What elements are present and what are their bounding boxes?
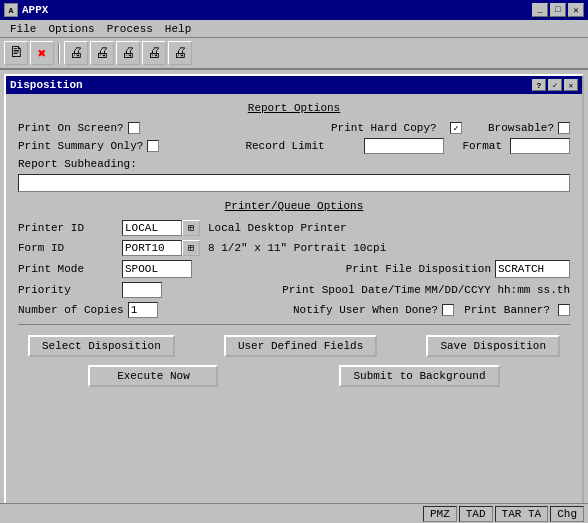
toolbar-btn-2[interactable]: ✖ bbox=[30, 41, 54, 65]
print-banner-checkbox[interactable] bbox=[558, 304, 570, 316]
notify-user-checkbox[interactable] bbox=[442, 304, 454, 316]
submit-background-button[interactable]: Submit to Background bbox=[339, 365, 499, 387]
print-file-disp-select[interactable]: SCRATCH KEEP DELETE bbox=[495, 260, 570, 278]
menu-file[interactable]: File bbox=[4, 22, 42, 36]
format-input[interactable] bbox=[510, 138, 570, 154]
record-limit-label: Record Limit bbox=[245, 140, 360, 152]
print-spool-label: Print Spool Date/Time bbox=[282, 284, 421, 296]
print-hard-copy-label: Print Hard Copy? bbox=[331, 122, 446, 134]
toolbar-btn-4[interactable]: 🖨 bbox=[90, 41, 114, 65]
report-subheading-input[interactable] bbox=[18, 174, 570, 192]
num-copies-input[interactable] bbox=[128, 302, 158, 318]
dialog-check-button[interactable]: ✓ bbox=[548, 79, 562, 91]
report-subheading-label: Report Subheading: bbox=[18, 158, 137, 170]
copies-row: Number of Copies Notify User When Done? … bbox=[18, 302, 570, 318]
title-bar-controls: _ □ ✕ bbox=[532, 3, 584, 17]
dialog-close-button[interactable]: ✕ bbox=[564, 79, 578, 91]
print-mode-select[interactable]: SPOOL DIRECT HOLD bbox=[122, 260, 192, 278]
num-copies-label: Number of Copies bbox=[18, 304, 124, 316]
select-disposition-button[interactable]: Select Disposition bbox=[28, 335, 175, 357]
report-options-title: Report Options bbox=[18, 102, 570, 114]
print-summary-label: Print Summary Only? bbox=[18, 140, 143, 152]
print-hard-copy-checkbox[interactable]: ✓ bbox=[450, 122, 462, 134]
printer-id-wrap: ⊞ bbox=[122, 220, 200, 236]
toolbar-btn-3[interactable]: 🖨 bbox=[64, 41, 88, 65]
printer-id-label: Printer ID bbox=[18, 222, 118, 234]
minimize-button[interactable]: _ bbox=[532, 3, 548, 17]
status-chg[interactable]: Chg bbox=[550, 506, 584, 522]
toolbar-btn-6[interactable]: 🖨 bbox=[142, 41, 166, 65]
save-disposition-button[interactable]: Save Disposition bbox=[426, 335, 560, 357]
toolbar-separator bbox=[58, 43, 60, 63]
toolbar-btn-5[interactable]: 🖨 bbox=[116, 41, 140, 65]
title-bar-left: A APPX bbox=[4, 3, 48, 17]
maximize-button[interactable]: □ bbox=[550, 3, 566, 17]
print-file-disp-label: Print File Disposition bbox=[346, 263, 491, 275]
print-mode-select-wrap: SPOOL DIRECT HOLD bbox=[122, 260, 192, 278]
buttons-row-2: Execute Now Submit to Background bbox=[18, 365, 570, 387]
menu-options[interactable]: Options bbox=[42, 22, 100, 36]
divider-1 bbox=[18, 324, 570, 325]
user-defined-fields-button[interactable]: User Defined Fields bbox=[224, 335, 377, 357]
status-tarta[interactable]: TAR TA bbox=[495, 506, 549, 522]
format-label: Format bbox=[462, 140, 502, 152]
print-mode-label: Print Mode bbox=[18, 263, 118, 275]
printer-queue-title: Printer/Queue Options bbox=[18, 200, 570, 212]
buttons-row-1: Select Disposition User Defined Fields S… bbox=[18, 335, 570, 357]
print-options-row: Print On Screen? Print Hard Copy? ✓ Brow… bbox=[18, 122, 570, 134]
menu-bar: File Options Process Help bbox=[0, 20, 588, 38]
print-file-disp-select-wrap: SCRATCH KEEP DELETE bbox=[495, 260, 570, 278]
print-on-screen-checkbox[interactable] bbox=[128, 122, 140, 134]
toolbar-btn-1[interactable]: 🖹 bbox=[4, 41, 28, 65]
browsable-label: Browsable? bbox=[488, 122, 554, 134]
notify-user-label: Notify User When Done? bbox=[293, 304, 438, 316]
toolbar-btn-7[interactable]: 🖨 bbox=[168, 41, 192, 65]
print-on-screen-label: Print On Screen? bbox=[18, 122, 124, 134]
status-bar: PMZ TAD TAR TA Chg bbox=[0, 503, 588, 523]
form-id-row: Form ID ⊞ 8 1/2" x 11" Portrait 10cpi bbox=[18, 240, 570, 256]
printer-id-row: Printer ID ⊞ Local Desktop Printer bbox=[18, 220, 570, 236]
print-summary-checkbox[interactable] bbox=[147, 140, 159, 152]
menu-process[interactable]: Process bbox=[101, 22, 159, 36]
dialog-titlebar-btns: ? ✓ ✕ bbox=[532, 79, 578, 91]
form-id-wrap: ⊞ bbox=[122, 240, 200, 256]
print-mode-row: Print Mode SPOOL DIRECT HOLD Print File … bbox=[18, 260, 570, 278]
main-content: Disposition ? ✓ ✕ Report Options Print O… bbox=[0, 70, 588, 523]
form-id-desc: 8 1/2" x 11" Portrait 10cpi bbox=[208, 242, 386, 254]
toolbar: 🖹 ✖ 🖨 🖨 🖨 🖨 🖨 bbox=[0, 38, 588, 70]
printer-id-desc: Local Desktop Printer bbox=[208, 222, 347, 234]
status-tad[interactable]: TAD bbox=[459, 506, 493, 522]
dialog-body: Report Options Print On Screen? Print Ha… bbox=[6, 94, 582, 395]
print-banner-label: Print Banner? bbox=[464, 304, 550, 316]
status-pmz[interactable]: PMZ bbox=[423, 506, 457, 522]
app-title: APPX bbox=[22, 4, 48, 16]
dialog-titlebar: Disposition ? ✓ ✕ bbox=[6, 76, 582, 94]
record-limit-input[interactable] bbox=[364, 138, 444, 154]
title-bar: A APPX _ □ ✕ bbox=[0, 0, 588, 20]
form-id-input[interactable] bbox=[122, 240, 182, 256]
browsable-checkbox[interactable] bbox=[558, 122, 570, 134]
form-id-label: Form ID bbox=[18, 242, 118, 254]
subheading-row: Report Subheading: bbox=[18, 158, 570, 192]
dialog-title: Disposition bbox=[10, 79, 83, 91]
close-button[interactable]: ✕ bbox=[568, 3, 584, 17]
printer-id-input[interactable] bbox=[122, 220, 182, 236]
summary-row: Print Summary Only? Record Limit Format bbox=[18, 138, 570, 154]
priority-label: Priority bbox=[18, 284, 118, 296]
disposition-dialog: Disposition ? ✓ ✕ Report Options Print O… bbox=[4, 74, 584, 519]
form-id-browse-button[interactable]: ⊞ bbox=[182, 240, 200, 256]
print-spool-value: MM/DD/CCYY hh:mm ss.th bbox=[425, 284, 570, 296]
execute-now-button[interactable]: Execute Now bbox=[88, 365, 218, 387]
printer-id-browse-button[interactable]: ⊞ bbox=[182, 220, 200, 236]
menu-help[interactable]: Help bbox=[159, 22, 197, 36]
dialog-help-button[interactable]: ? bbox=[532, 79, 546, 91]
priority-row: Priority Print Spool Date/Time MM/DD/CCY… bbox=[18, 282, 570, 298]
priority-input[interactable] bbox=[122, 282, 162, 298]
app-icon: A bbox=[4, 3, 18, 17]
